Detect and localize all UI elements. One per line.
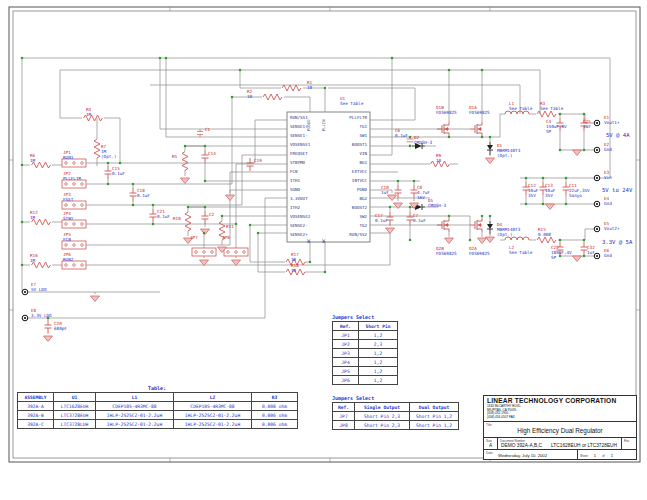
table-cell: 392A-C — [18, 420, 54, 429]
ic-pin-name: VOSENSE1 — [290, 143, 330, 147]
of-label: of — [602, 454, 605, 458]
r3-label: R3See Table — [540, 102, 563, 112]
value: RUN1 — [63, 156, 73, 161]
table-cell: JP7 — [333, 412, 355, 421]
c7-label: C70.1uF — [413, 214, 426, 224]
refdes: JP7 — [190, 236, 198, 241]
c21-label: C210.1uF — [157, 210, 170, 220]
date-cell: Date: Wednesday, July 10, 2002 — [484, 450, 578, 459]
date-value: Wednesday, July 10, 2002 — [498, 453, 547, 458]
table-header-cell: Dual Output — [410, 403, 459, 412]
title-row: Title High Efficiency Dual Regulator — [484, 422, 636, 438]
value: See Table — [540, 107, 563, 112]
r6-label: R61M — [30, 154, 35, 164]
value: 5V LDO — [31, 288, 47, 293]
value: 680pF — [54, 327, 67, 332]
table-cell: LTC3728LUH — [54, 420, 96, 429]
table-row: 392A-ALTC1628EUHCDEP105-4R3MC-88CDEP105-… — [18, 402, 298, 411]
refdes: C14 — [208, 152, 216, 157]
d5-label: D5CMDSH-3 — [428, 199, 446, 209]
table-cell: 0.006 ohm — [252, 420, 298, 429]
e3-label: E3Vin — [604, 171, 612, 181]
value: Gnd — [604, 202, 612, 207]
table-row: JP11,2 — [333, 331, 398, 340]
sheet-label: Sheet — [580, 454, 588, 458]
table-cell: IHLP-2525CZ-01-2.2uH — [96, 420, 174, 429]
e6-label: E6Gnd — [604, 249, 612, 259]
ic-pin-name: BG2 — [327, 197, 367, 201]
table-row: 392A-CLTC3728LUHIHLP-2525CZ-01-2.2uHIHLP… — [18, 420, 298, 429]
c1-label: C1 — [205, 128, 210, 133]
table-row: JP8Short Pin 2,3Short Pin 1,2 — [333, 421, 459, 430]
value: Gnd — [604, 148, 612, 153]
value: 10 — [247, 95, 252, 100]
value: 1uF — [381, 191, 389, 196]
table-cell: 392A-A — [18, 402, 54, 411]
q2a-label: Q2AFDS6982S — [469, 247, 490, 257]
table-cell: Short Pin 1,2 — [410, 421, 459, 430]
jp8-label: JP8 — [222, 236, 230, 241]
ic-pin-name: BOOST2 — [327, 206, 367, 210]
value: See Table — [509, 251, 532, 256]
jp4-label: JP4STBY — [63, 212, 73, 222]
table-cell: 0.008 ohm — [252, 402, 298, 411]
r7-label: R71M (Opt.) — [101, 145, 117, 160]
main-table: ASSEMBLYU1L1L2R3392A-ALTC1628EUHCDEP105-… — [17, 392, 298, 429]
value: Gnd — [604, 254, 612, 259]
c2-label: C2 — [209, 213, 214, 218]
value: 10uF 35V — [545, 189, 555, 199]
drawing-title: High Efficiency Dual Regulator — [484, 427, 636, 434]
c22-label: C22180uF,4V SP — [551, 246, 572, 261]
q1b-label: Q1BFDS6982S — [436, 106, 457, 116]
value: See Table — [340, 102, 363, 107]
jumpers1-title: Jumpers Select — [332, 314, 374, 320]
table-cell: IHLP-2525CZ-01-2.2uH — [174, 420, 252, 429]
t-j1: Ref.Short PinJP11,2JP22,3JP31,2JP41,2JP5… — [332, 321, 398, 385]
table-row: JP22,3 — [333, 340, 398, 349]
ic-pin-name: STBYMD — [290, 161, 330, 165]
e4-label: E4Gnd — [604, 197, 612, 207]
c4-label: C4150uF,6V SP — [546, 120, 567, 135]
value: 150uF,6V SP — [546, 125, 567, 135]
value: Vin — [604, 176, 612, 181]
date-row: Date: Wednesday, July 10, 2002 Sheet 1 o… — [484, 450, 636, 459]
table-cell: JP8 — [333, 421, 355, 430]
ic-pin-name: FCB — [290, 170, 330, 174]
value: 10 — [291, 269, 299, 274]
refdes: C1 — [205, 128, 210, 133]
e1-label: E1Vout1+ — [604, 116, 620, 126]
table-cell: 1,2 — [359, 331, 398, 340]
table-cell: 1,2 — [359, 376, 398, 385]
rev-label: Rev — [624, 439, 629, 443]
table-cell: JP4 — [333, 358, 359, 367]
output2-annotation: 3.3V @ 5A — [602, 239, 632, 245]
table-cell: 1,2 — [359, 349, 398, 358]
value: 1M — [30, 259, 38, 264]
table-cell: Short Pin 2,3 — [355, 421, 410, 430]
company-block: LINEAR TECHNOLOGY CORPORATION 1630 McCAR… — [484, 396, 636, 422]
table-header-cell: ASSEMBLY — [18, 393, 54, 402]
value: FDS6982S — [436, 252, 457, 257]
doc-cell: Document Number DEMO 392A-A,B,CLTC1628EU… — [498, 438, 622, 449]
c15-label: C150.1uF — [112, 167, 125, 177]
ic-pin-name: VOSENSE2 — [290, 215, 330, 219]
company-address: 1630 McCARTHY BLVD.MILPITAS, CA 95035(40… — [487, 405, 633, 419]
c19-label: C19 — [254, 159, 262, 164]
table-header-cell: L2 — [174, 393, 252, 402]
table-cell: LTC1628EUH — [54, 402, 96, 411]
doc-number: DEMO 392A-A,B,C — [501, 443, 542, 448]
jp6-label: JP6RUN2 — [63, 253, 73, 263]
ic-pin-name: NC — [306, 226, 311, 243]
table-cell: CDEP105-4R3MC-88 — [96, 402, 174, 411]
table-row: 392A-BLTC3728EUHIHLP-2525CZ-01-2.2uHIHLP… — [18, 411, 298, 420]
table-cell: Short Pin 1,2 — [410, 412, 459, 421]
rev-cell: Rev — [622, 438, 636, 449]
c20-label: C20680pF — [54, 322, 67, 332]
c18-label: C180.1uF — [137, 189, 150, 199]
ic-pin-name: RUN/SS2 — [327, 233, 367, 237]
c6-label: C60.1uF — [395, 129, 408, 139]
c25-label: C251uF — [583, 120, 591, 130]
table-cell: 392A-B — [18, 411, 54, 420]
value: 1uF — [587, 251, 595, 256]
c10-label: C101uF — [381, 186, 389, 196]
